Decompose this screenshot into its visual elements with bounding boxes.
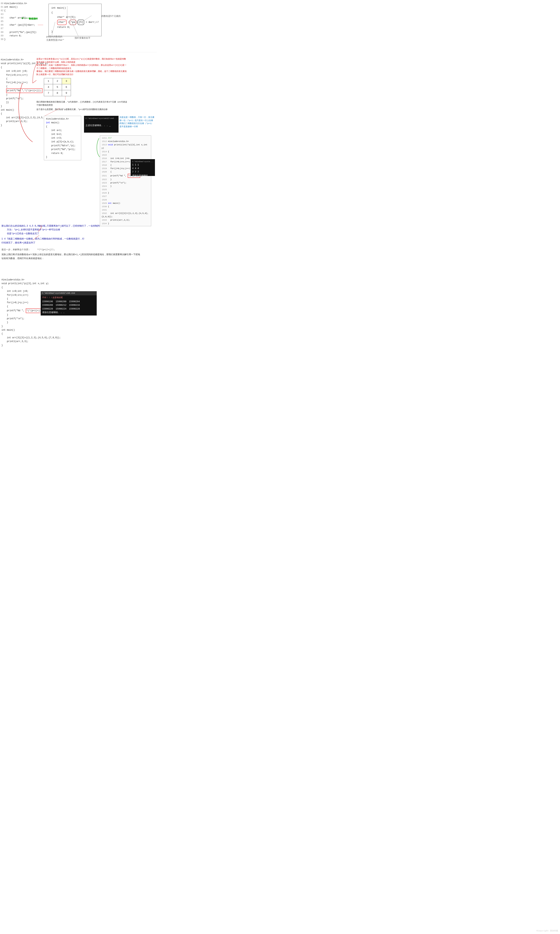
section3-explanation: 那么我们怎么把后续的2,3 4,5 8,9输出呢,只需要再加个j就可以了，已经控… xyxy=(0,220,157,276)
section1-code: 80#include<stdio.h> 81int main() 82{ 83 … xyxy=(1,2,43,41)
snippet-code: #include<stdio.h> int main() { int a=1; … xyxy=(44,116,81,160)
annotation2: 我们用指针数组来表示数组元素，*p代表指针，[]代表数组，[3]代表首元行有3个… xyxy=(36,100,128,107)
terminal2: C:\Windows\syste... 1 1 1 4 4 4 7 7 7 请按… xyxy=(131,159,155,176)
terminal1: C:\Windows\system32\cmd... 之进任意键继续. . . … xyxy=(84,116,118,133)
terminal-final: C:\Windows\system32\cmd.exe 不对！！！这是地址呢 1… xyxy=(41,291,97,316)
section4-final: #include<stdio.h> void print1(int(*p)[3]… xyxy=(0,276,157,373)
annotation1: 这里arr传过来变成int(*p)[3]呢，其实int(*p)[3]就是指针数组… xyxy=(36,57,128,76)
annotation4: 但是这是一维数组，只有一行，首元素移一位（*p+1）也只是在一行上位移 而我们二… xyxy=(120,116,155,128)
label-zhen-name: 指针变量的名字 xyxy=(75,36,90,40)
explain-block1: 那么我们怎么把后续的2,3 4,5 8,9输出呢,只需要再加个j就可以了，已经控… xyxy=(2,224,155,245)
label-pa-elem: pa指向的数组的元素类型是char* xyxy=(46,35,64,42)
explain-block3: 最后一步，来解释这个东西： *(*(p+i)+j)); 实际上我们将才说传数组名… xyxy=(2,248,155,260)
section1-pointer-diagram: 80#include<stdio.h> 81int main() 82{ 83 … xyxy=(0,0,157,52)
label-shuzhi-display: 数组指针 xyxy=(29,17,38,20)
diagram-code-box: int main() { char* arr[5]; char* (*pa)[5… xyxy=(49,4,102,36)
grid-table: 123 456 789 xyxy=(44,78,71,96)
right-code-panel: 1211/// 1512#include<stdio.h> 1513void p… xyxy=(100,136,151,226)
annotation3: 这个是什么意思呢，我们知道*p是数组元素，*p+1就可以实现数组元素的位移 xyxy=(36,108,120,111)
section2-2d-array: #include<stdio.h> void print1(int(*p)[3]… xyxy=(0,52,157,220)
